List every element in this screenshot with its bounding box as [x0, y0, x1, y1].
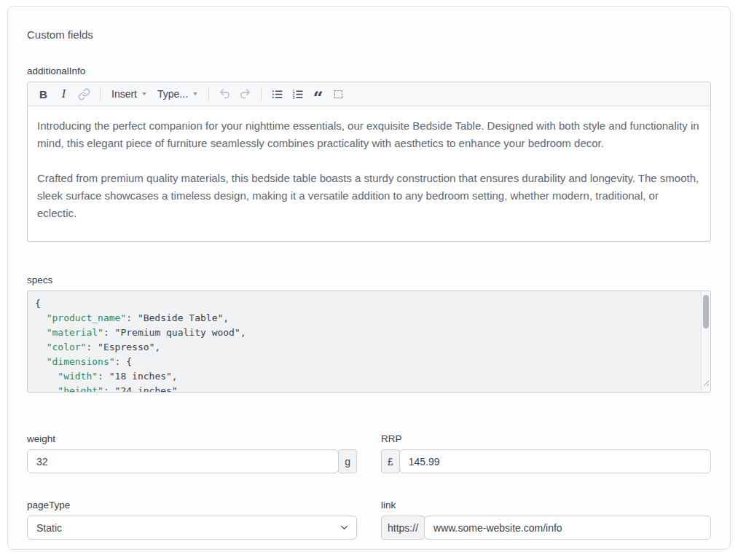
rrp-label: RRP — [381, 433, 711, 444]
rte-content-area[interactable]: Introducing the perfect companion for yo… — [28, 106, 710, 241]
svg-text:3: 3 — [292, 95, 294, 99]
toolbar-divider — [261, 87, 262, 101]
redo-button[interactable] — [235, 84, 255, 103]
toolbar-divider — [208, 87, 209, 101]
page-type-label: pageType — [27, 500, 357, 510]
italic-button[interactable]: I — [54, 84, 74, 103]
currency-addon: £ — [381, 449, 400, 473]
link-button[interactable] — [74, 84, 94, 103]
dashed-square-button[interactable] — [329, 84, 348, 103]
specs-label: specs — [27, 275, 711, 285]
additional-info-field: additionalInfo B I Insert Type... — [27, 66, 711, 242]
undo-icon — [219, 88, 231, 100]
paragraph: Crafted from premium quality materials, … — [37, 170, 701, 222]
numbered-list-button[interactable]: 123 — [288, 84, 307, 103]
insert-dropdown[interactable]: Insert — [106, 84, 152, 103]
specs-field: specs { "product_name": "Bedside Table",… — [27, 275, 711, 393]
redo-icon — [239, 88, 251, 100]
type-dropdown[interactable]: Type... — [152, 84, 203, 103]
weight-unit-addon: g — [338, 449, 357, 473]
rrp-input[interactable] — [399, 449, 711, 473]
link-field: link https:// — [381, 500, 711, 540]
dashed-square-icon — [334, 90, 342, 98]
insert-dropdown-label: Insert — [111, 88, 137, 100]
page-type-field: pageType Static — [27, 500, 357, 540]
link-icon — [78, 88, 90, 100]
toolbar-divider — [100, 87, 101, 101]
scrollbar-thumb[interactable] — [703, 295, 709, 328]
code-content: { "product_name": "Bedside Table", "mate… — [35, 296, 691, 393]
bold-button[interactable]: B — [34, 84, 53, 103]
bullet-list-icon — [271, 88, 283, 100]
chevron-down-icon — [142, 92, 146, 95]
specs-code-editor[interactable]: { "product_name": "Bedside Table", "mate… — [27, 291, 711, 393]
card-title: Custom fields — [27, 28, 711, 41]
rrp-field: RRP £ — [381, 433, 711, 473]
weight-field: weight g — [27, 433, 357, 473]
weight-label: weight — [27, 433, 357, 444]
blockquote-icon: “ — [313, 86, 323, 102]
link-input[interactable] — [424, 516, 711, 540]
chevron-down-icon — [193, 92, 197, 95]
resize-handle-icon[interactable] — [702, 376, 710, 391]
bullet-list-button[interactable] — [267, 84, 287, 103]
additional-info-label: additionalInfo — [27, 66, 711, 76]
weight-input[interactable] — [27, 449, 339, 473]
numbered-list-icon: 123 — [291, 88, 304, 100]
custom-fields-card: Custom fields additionalInfo B I Insert … — [7, 6, 731, 550]
rte-toolbar: B I Insert Type... — [28, 82, 710, 106]
blockquote-button[interactable]: “ — [308, 84, 328, 103]
rich-text-editor: B I Insert Type... — [27, 82, 711, 242]
link-label: link — [381, 500, 711, 510]
protocol-addon: https:// — [381, 516, 425, 540]
page-type-select[interactable]: Static — [27, 516, 357, 540]
paragraph: Introducing the perfect companion for yo… — [37, 117, 701, 152]
type-dropdown-label: Type... — [157, 88, 188, 100]
undo-button[interactable] — [215, 84, 235, 103]
